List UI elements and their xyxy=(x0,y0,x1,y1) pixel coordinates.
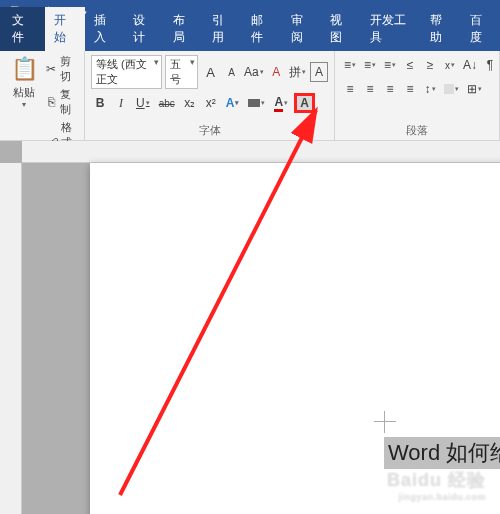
cut-button[interactable]: ✂剪切 xyxy=(44,53,78,85)
watermark-brand: Baidu 经验 xyxy=(387,470,486,490)
italic-button[interactable]: I xyxy=(112,93,130,113)
paragraph-group-label: 段落 xyxy=(341,123,493,140)
char-shading-button[interactable]: A xyxy=(294,93,315,113)
cursor-indicator xyxy=(374,411,396,433)
tab-help[interactable]: 帮助 xyxy=(421,7,460,51)
copy-icon: ⎘ xyxy=(46,95,57,109)
tab-design[interactable]: 设计 xyxy=(124,7,163,51)
tab-mail[interactable]: 邮件 xyxy=(242,7,281,51)
sort-button[interactable]: A↓ xyxy=(461,55,479,75)
vertical-ruler[interactable] xyxy=(0,163,22,514)
decrease-indent-button[interactable]: ≤ xyxy=(401,55,419,75)
highlighter-icon xyxy=(248,99,260,107)
font-color-button[interactable]: A xyxy=(271,93,291,113)
align-right-button[interactable]: ≡ xyxy=(381,79,399,99)
tab-baidu[interactable]: 百度 xyxy=(461,7,500,51)
font-name-combo[interactable]: 等线 (西文正文 xyxy=(91,55,162,89)
numbering-button[interactable]: ≡ xyxy=(361,55,379,75)
tab-references[interactable]: 引用 xyxy=(203,7,242,51)
char-shading-label: A xyxy=(297,96,312,110)
align-left-button[interactable]: ≡ xyxy=(341,79,359,99)
tab-developer[interactable]: 开发工具 xyxy=(361,7,422,51)
increase-indent-button[interactable]: ≥ xyxy=(421,55,439,75)
paste-label: 粘贴 xyxy=(13,85,35,100)
shading-button[interactable] xyxy=(441,79,462,99)
tab-file[interactable]: 文件 xyxy=(0,7,45,51)
bucket-icon xyxy=(444,84,454,94)
tab-home[interactable]: 开始 xyxy=(45,7,84,51)
subscript-button[interactable]: x₂ xyxy=(181,93,199,113)
borders-button[interactable]: ⊞ xyxy=(464,79,485,99)
ribbon: 📋 粘贴 ▾ ✂剪切 ⎘复制 🖌格式刷 剪贴板 等线 (西文正文 五号 A A … xyxy=(0,51,500,141)
copy-label: 复制 xyxy=(60,87,77,117)
bold-button[interactable]: B xyxy=(91,93,109,113)
tab-insert[interactable]: 插入 xyxy=(85,7,124,51)
shrink-font-button[interactable]: A xyxy=(222,62,240,82)
font-size-combo[interactable]: 五号 xyxy=(165,55,199,89)
clear-format-button[interactable]: A xyxy=(267,62,285,82)
pinyin-button[interactable]: 拼 xyxy=(288,62,307,82)
strike-button[interactable]: abc xyxy=(156,93,178,113)
text-effects-button[interactable]: A xyxy=(223,93,243,113)
group-font: 等线 (西文正文 五号 A A Aa A 拼 A B I U abc x₂ x²… xyxy=(85,51,335,140)
document-workspace: Word 如何给文字添 xyxy=(0,141,500,514)
line-spacing-button[interactable]: ↕ xyxy=(421,79,439,99)
highlight-button[interactable] xyxy=(245,93,268,113)
selected-text[interactable]: Word 如何给文字添 xyxy=(384,437,500,469)
bullets-button[interactable]: ≡ xyxy=(341,55,359,75)
watermark: Baidu 经验 jingyan.baidu.com xyxy=(387,468,486,502)
justify-button[interactable]: ≡ xyxy=(401,79,419,99)
scissors-icon: ✂ xyxy=(46,62,57,76)
horizontal-ruler[interactable] xyxy=(22,141,500,163)
permission-button[interactable]: x xyxy=(441,55,459,75)
font-color-label: A xyxy=(274,95,283,112)
group-paragraph: ≡ ≡ ≡ ≤ ≥ x A↓ ¶ ≡ ≡ ≡ ≡ ↕ ⊞ 段落 xyxy=(335,51,500,140)
tab-review[interactable]: 审阅 xyxy=(282,7,321,51)
clipboard-icon: 📋 xyxy=(10,55,38,83)
font-group-label: 字体 xyxy=(91,123,328,140)
copy-button[interactable]: ⎘复制 xyxy=(44,86,78,118)
watermark-url: jingyan.baidu.com xyxy=(387,492,486,502)
change-case-button[interactable]: Aa xyxy=(243,62,264,82)
superscript-button[interactable]: x² xyxy=(202,93,220,113)
tab-view[interactable]: 视图 xyxy=(321,7,360,51)
grow-font-button[interactable]: A xyxy=(201,62,219,82)
ribbon-tabs: 文件 开始 插入 设计 布局 引用 邮件 审阅 视图 开发工具 帮助 百度 xyxy=(0,26,500,51)
align-center-button[interactable]: ≡ xyxy=(361,79,379,99)
document-page[interactable]: Word 如何给文字添 xyxy=(90,163,500,514)
tab-layout[interactable]: 布局 xyxy=(164,7,203,51)
cut-label: 剪切 xyxy=(60,54,77,84)
show-marks-button[interactable]: ¶ xyxy=(481,55,499,75)
char-border-button[interactable]: A xyxy=(310,62,328,82)
underline-button[interactable]: U xyxy=(133,93,153,113)
group-clipboard: 📋 粘贴 ▾ ✂剪切 ⎘复制 🖌格式刷 剪贴板 xyxy=(0,51,85,140)
multilevel-button[interactable]: ≡ xyxy=(381,55,399,75)
